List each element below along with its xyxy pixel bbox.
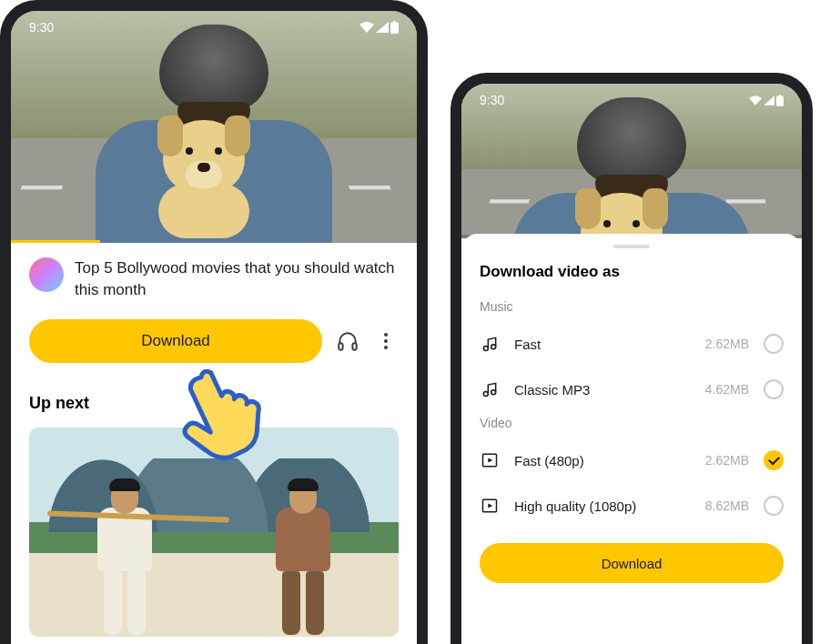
screen-left: 9:30 Top 5 Bollywood movies that you sho… — [11, 11, 417, 644]
more-icon[interactable] — [373, 328, 399, 354]
download-button[interactable]: Download — [29, 319, 322, 363]
download-sheet: Download video as Music Fast 2.62MB Clas… — [461, 234, 802, 644]
svg-point-5 — [384, 339, 388, 343]
svg-point-11 — [483, 392, 488, 397]
status-icons — [359, 21, 399, 34]
radio-unchecked[interactable] — [764, 334, 784, 354]
option-size: 2.62MB — [705, 337, 749, 351]
option-size: 8.62MB — [705, 498, 749, 513]
status-bar: 9:30 — [461, 84, 802, 116]
status-bar: 9:30 — [11, 11, 417, 44]
option-label: Classic MP3 — [514, 382, 691, 397]
battery-icon — [390, 21, 399, 34]
headphones-icon[interactable] — [335, 328, 360, 354]
video-title: Top 5 Bollywood movies that you should w… — [75, 257, 399, 301]
status-icons — [749, 95, 784, 106]
status-time: 9:30 — [480, 93, 504, 107]
option-size: 4.62MB — [705, 382, 749, 397]
svg-rect-3 — [352, 343, 356, 350]
radio-unchecked[interactable] — [764, 379, 784, 399]
svg-point-9 — [483, 347, 488, 351]
video-progress[interactable] — [11, 240, 100, 243]
option-label: High quality (1080p) — [514, 498, 691, 514]
signal-icon — [764, 96, 774, 106]
wifi-icon — [749, 96, 762, 106]
music-icon — [480, 334, 500, 354]
radio-unchecked[interactable] — [764, 496, 784, 516]
svg-rect-0 — [390, 23, 399, 35]
option-video-fast[interactable]: Fast (480p) 2.62MB — [461, 438, 802, 483]
battery-icon — [776, 95, 784, 106]
sheet-handle[interactable] — [613, 245, 650, 248]
video-hero[interactable] — [11, 11, 417, 243]
radio-checked[interactable] — [764, 450, 784, 470]
option-music-fast[interactable]: Fast 2.62MB — [461, 321, 802, 367]
option-label: Fast — [514, 337, 691, 352]
upnext-thumbnail[interactable] — [29, 428, 399, 637]
svg-rect-8 — [779, 95, 782, 96]
action-row: Download — [11, 310, 417, 383]
phone-right: 9:30 Download video as Music — [450, 73, 813, 644]
video-icon — [480, 450, 500, 470]
option-label: Fast (480p) — [514, 453, 691, 468]
wifi-icon — [359, 22, 374, 33]
phone-left: 9:30 Top 5 Bollywood movies that you sho… — [0, 0, 428, 644]
option-music-classic[interactable]: Classic MP3 4.62MB — [461, 367, 802, 412]
option-video-hq[interactable]: High quality (1080p) 8.62MB — [461, 483, 802, 528]
svg-rect-2 — [339, 343, 342, 350]
music-icon — [480, 379, 500, 399]
option-size: 2.62MB — [705, 453, 749, 468]
svg-rect-1 — [393, 21, 396, 23]
upnext-heading: Up next — [11, 383, 417, 428]
screen-right: 9:30 Download video as Music — [461, 84, 802, 644]
sheet-title: Download video as — [461, 263, 802, 296]
group-music-label: Music — [461, 296, 802, 321]
svg-point-4 — [384, 333, 388, 337]
svg-rect-7 — [776, 96, 784, 106]
svg-point-6 — [384, 346, 388, 349]
sheet-download-button[interactable]: Download — [480, 543, 784, 583]
channel-avatar[interactable] — [29, 257, 64, 292]
video-info: Top 5 Bollywood movies that you should w… — [11, 243, 417, 310]
signal-icon — [376, 22, 389, 33]
video-icon — [480, 496, 500, 516]
group-video-label: Video — [461, 412, 802, 438]
status-time: 9:30 — [29, 20, 54, 35]
